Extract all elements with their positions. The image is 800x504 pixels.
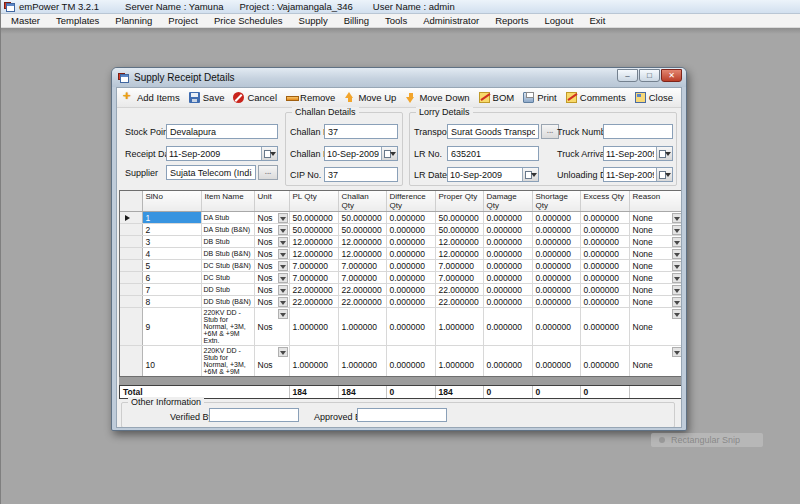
grid-cell[interactable]: 0.000000 (483, 248, 532, 260)
unit-dropdown-icon[interactable] (278, 347, 288, 357)
dialog-title-bar[interactable]: Supply Receipt Details – □ ✕ (112, 68, 686, 87)
grid-cell-reason[interactable]: None (629, 308, 682, 346)
grid-cell[interactable]: 50.000000 (435, 224, 483, 236)
grid-cell-item[interactable]: DD Stub (B&N) (201, 296, 254, 308)
grid-cell[interactable]: 12.000000 (338, 236, 386, 248)
receipt-date-dropdown-icon[interactable] (261, 147, 277, 160)
unit-dropdown-icon[interactable] (278, 225, 288, 235)
grid-col-header-challan-qty[interactable]: Challan Qty (338, 191, 386, 212)
grid-cell[interactable]: 7.000000 (289, 260, 338, 272)
grid-cell[interactable]: 0.000000 (532, 224, 580, 236)
verified-by-input[interactable] (209, 408, 299, 422)
grid-cell-reason[interactable]: None (629, 346, 682, 378)
unit-dropdown-icon[interactable] (278, 213, 288, 223)
row-selector[interactable] (120, 308, 142, 346)
row-selector[interactable] (120, 346, 142, 378)
menu-item-reports[interactable]: Reports (487, 15, 536, 26)
row-selector[interactable] (120, 212, 142, 224)
grid-cell-item[interactable]: DD Stub (201, 284, 254, 296)
supplier-browse-button[interactable]: ... (258, 165, 278, 180)
grid-cell[interactable]: 50.000000 (289, 212, 338, 224)
receipt-date-input[interactable] (167, 147, 261, 160)
grid-cell-item[interactable]: DB Stub (201, 236, 254, 248)
grid-cell[interactable]: 0.000000 (483, 236, 532, 248)
grid-cell-reason[interactable]: None (629, 248, 682, 260)
grid-cell[interactable]: 0.000000 (580, 260, 629, 272)
grid-cell[interactable]: 7.000000 (338, 260, 386, 272)
grid-cell[interactable]: 7.000000 (289, 272, 338, 284)
grid-col-header-pl-qty[interactable]: PL Qty (289, 191, 338, 212)
grid-col-header-item-name[interactable]: Item Name (201, 191, 254, 212)
grid-cell-slno[interactable]: 9 (142, 308, 201, 346)
grid-cell[interactable]: 0.000000 (483, 260, 532, 272)
menu-item-price-schedules[interactable]: Price Schedules (206, 15, 291, 26)
unit-dropdown-icon[interactable] (278, 297, 288, 307)
truck-number-input[interactable] (603, 124, 673, 139)
grid-cell[interactable]: 0.000000 (483, 212, 532, 224)
menu-item-tools[interactable]: Tools (377, 15, 415, 26)
grid-cell-unit[interactable]: Nos (254, 308, 289, 346)
grid-cell[interactable]: 50.000000 (338, 212, 386, 224)
unit-dropdown-icon[interactable] (278, 237, 288, 247)
cancel-button[interactable]: Cancel (233, 92, 277, 103)
grid-cell-unit[interactable]: Nos (254, 272, 289, 284)
grid-cell-unit[interactable]: Nos (254, 260, 289, 272)
grid-cell[interactable]: 0.000000 (580, 346, 629, 378)
grid-cell[interactable]: 0.000000 (386, 236, 435, 248)
grid-cell[interactable]: 0.000000 (483, 308, 532, 346)
grid-cell[interactable]: 0.000000 (483, 296, 532, 308)
grid-cell[interactable]: 7.000000 (338, 272, 386, 284)
grid-cell[interactable]: 0.000000 (483, 272, 532, 284)
menu-item-project[interactable]: Project (160, 15, 206, 26)
grid-cell[interactable]: 22.000000 (289, 296, 338, 308)
menu-item-logout[interactable]: Logout (536, 15, 581, 26)
lr-no-input[interactable] (447, 146, 539, 161)
unit-dropdown-icon[interactable] (278, 249, 288, 259)
grid-cell[interactable]: 0.000000 (386, 272, 435, 284)
grid-cell[interactable]: 7.000000 (435, 260, 483, 272)
grid-cell[interactable]: 0.000000 (386, 284, 435, 296)
grid-cell[interactable]: 12.000000 (435, 236, 483, 248)
grid-col-header-slno[interactable]: SlNo (142, 191, 201, 212)
unit-dropdown-icon[interactable] (278, 285, 288, 295)
grid-cell[interactable]: 1.000000 (338, 346, 386, 378)
grid-cell-item[interactable]: 220KV DD - Stub for Normal, +3M, +6M & +… (201, 346, 254, 378)
challan-date-input[interactable] (325, 147, 381, 160)
grid-cell[interactable]: 12.000000 (289, 248, 338, 260)
transporter-input[interactable] (447, 124, 539, 139)
grid-cell[interactable]: 0.000000 (580, 296, 629, 308)
grid-cell-item[interactable]: DA Stub (201, 212, 254, 224)
grid-cell[interactable]: 12.000000 (289, 236, 338, 248)
grid-cell-reason[interactable]: None (629, 284, 682, 296)
grid-cell-slno[interactable]: 5 (142, 260, 201, 272)
supplier-input[interactable] (166, 165, 256, 180)
maximize-button[interactable]: □ (639, 69, 660, 82)
grid-cell[interactable]: 0.000000 (386, 212, 435, 224)
menu-item-planning[interactable]: Planning (107, 15, 160, 26)
truck-arrival-date-dropdown-icon[interactable] (656, 147, 672, 160)
grid-cell[interactable]: 0.000000 (532, 346, 580, 378)
grid-cell[interactable]: 0.000000 (580, 236, 629, 248)
challan-no-input[interactable] (324, 124, 398, 139)
unloading-date-input[interactable] (604, 168, 656, 181)
grid-cell[interactable]: 0.000000 (580, 212, 629, 224)
grid-cell[interactable]: 0.000000 (386, 248, 435, 260)
reason-dropdown-icon[interactable] (672, 297, 682, 307)
grid-cell-reason[interactable]: None (629, 224, 682, 236)
grid-cell-reason[interactable]: None (629, 260, 682, 272)
grid-cell-slno[interactable]: 3 (142, 236, 201, 248)
approved-by-input[interactable] (357, 408, 447, 422)
grid-cell-item[interactable]: 220KV DD - Stub for Normal, +3M, +6M & +… (201, 308, 254, 346)
grid-cell[interactable]: 0.000000 (580, 248, 629, 260)
grid-cell-slno[interactable]: 2 (142, 224, 201, 236)
grid-cell[interactable]: 22.000000 (338, 284, 386, 296)
menu-item-exit[interactable]: Exit (581, 15, 613, 26)
unloading-date-dropdown-icon[interactable] (656, 168, 672, 181)
grid-col-header-reason[interactable]: Reason (629, 191, 682, 212)
grid-col-header-unit[interactable]: Unit (254, 191, 289, 212)
reason-dropdown-icon[interactable] (672, 213, 682, 223)
grid-cell[interactable]: 0.000000 (532, 284, 580, 296)
grid-cell[interactable]: 0.000000 (483, 284, 532, 296)
move-down-button[interactable]: Move Down (405, 92, 469, 103)
grid-cell[interactable]: 0.000000 (386, 224, 435, 236)
